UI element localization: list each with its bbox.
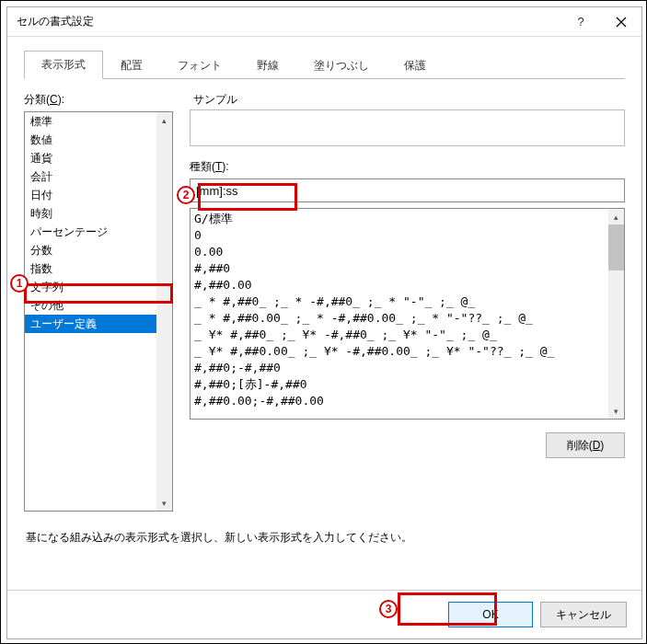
format-code-item[interactable]: #,##0.00;-#,##0.00 bbox=[194, 393, 605, 409]
format-code-item[interactable]: 0 bbox=[194, 227, 605, 244]
scroll-thumb[interactable] bbox=[608, 224, 624, 270]
format-code-item[interactable]: #,##0;-#,##0 bbox=[194, 360, 605, 376]
category-item[interactable]: 会計 bbox=[25, 167, 156, 186]
tab-alignment[interactable]: 配置 bbox=[103, 52, 160, 79]
category-item[interactable]: ユーザー定義 bbox=[25, 315, 156, 333]
category-item[interactable]: パーセンテージ bbox=[25, 223, 156, 241]
cancel-button[interactable]: キャンセル bbox=[540, 602, 627, 627]
scroll-down-icon[interactable]: ▾ bbox=[156, 495, 172, 511]
format-code-item[interactable]: #,##0.00 bbox=[194, 277, 605, 293]
scroll-up-icon[interactable]: ▴ bbox=[608, 209, 624, 224]
sample-label: サンプル bbox=[193, 92, 625, 108]
tab-fill[interactable]: 塗りつぶし bbox=[296, 52, 387, 79]
category-item[interactable]: 日付 bbox=[25, 186, 156, 204]
tab-protection[interactable]: 保護 bbox=[387, 52, 444, 79]
window-title: セルの書式設定 bbox=[17, 14, 560, 29]
tab-border[interactable]: 野線 bbox=[239, 52, 296, 79]
category-item[interactable]: 指数 bbox=[25, 259, 156, 278]
format-code-input[interactable] bbox=[190, 178, 625, 202]
help-button[interactable]: ? bbox=[560, 7, 601, 36]
scroll-down-icon[interactable]: ▾ bbox=[608, 403, 624, 419]
format-code-item[interactable]: #,##0;[赤]-#,##0 bbox=[194, 376, 605, 393]
category-item[interactable]: 分数 bbox=[25, 241, 156, 259]
format-code-item[interactable]: 0.00 bbox=[194, 244, 605, 260]
category-item[interactable]: 数値 bbox=[25, 131, 156, 149]
format-code-item[interactable]: _ ¥* #,##0.00_ ;_ ¥* -#,##0.00_ ;_ ¥* "-… bbox=[194, 343, 605, 360]
help-text: 基になる組み込みの表示形式を選択し、新しい表示形式を入力してください。 bbox=[26, 530, 625, 546]
category-item[interactable]: 時刻 bbox=[25, 204, 156, 223]
category-item[interactable]: その他 bbox=[25, 296, 156, 315]
category-listbox[interactable]: 標準数値通貨会計日付時刻パーセンテージ分数指数文字列その他ユーザー定義 ▴ ▾ bbox=[24, 111, 173, 512]
tab-font[interactable]: フォント bbox=[160, 52, 239, 79]
annotation-circle-2: 2 bbox=[177, 186, 195, 204]
category-item[interactable]: 文字列 bbox=[25, 278, 156, 296]
format-code-item[interactable]: _ * #,##0_ ;_ * -#,##0_ ;_ * "-"_ ;_ @_ bbox=[194, 293, 605, 310]
annotation-circle-3: 3 bbox=[379, 600, 398, 618]
scroll-up-icon[interactable]: ▴ bbox=[156, 112, 172, 128]
annotation-circle-1: 1 bbox=[10, 274, 29, 293]
category-label: 分類(C): bbox=[24, 92, 173, 108]
ok-button[interactable]: OK bbox=[448, 602, 533, 627]
tabstrip: 表示形式 配置 フォント 野線 塗りつぶし 保護 bbox=[24, 50, 625, 79]
close-icon bbox=[616, 17, 627, 28]
format-code-listbox[interactable]: G/標準00.00#,##0#,##0.00_ * #,##0_ ;_ * -#… bbox=[190, 208, 625, 420]
dialog-footer: OK キャンセル bbox=[7, 590, 641, 638]
close-button[interactable] bbox=[601, 7, 641, 36]
category-item[interactable]: 通貨 bbox=[25, 149, 156, 167]
format-code-item[interactable]: _ ¥* #,##0_ ;_ ¥* -#,##0_ ;_ ¥* "-"_ ;_ … bbox=[194, 327, 605, 343]
titlebar: セルの書式設定 ? bbox=[7, 7, 641, 37]
format-code-item[interactable]: #,##0 bbox=[194, 260, 605, 277]
tab-number-format[interactable]: 表示形式 bbox=[24, 51, 103, 79]
format-cells-dialog: セルの書式設定 ? 表示形式 配置 フォント 野線 塗りつぶし 保護 分類(C)… bbox=[6, 6, 642, 639]
scrollbar[interactable]: ▴ ▾ bbox=[156, 112, 172, 511]
sample-preview bbox=[190, 109, 625, 146]
delete-button[interactable]: 削除(D) bbox=[546, 432, 625, 458]
type-label: 種類(T): bbox=[190, 159, 625, 175]
category-item[interactable]: 標準 bbox=[25, 112, 156, 131]
format-code-item[interactable]: _ * #,##0.00_ ;_ * -#,##0.00_ ;_ * "-"??… bbox=[194, 310, 605, 327]
format-code-item[interactable]: G/標準 bbox=[194, 211, 605, 227]
